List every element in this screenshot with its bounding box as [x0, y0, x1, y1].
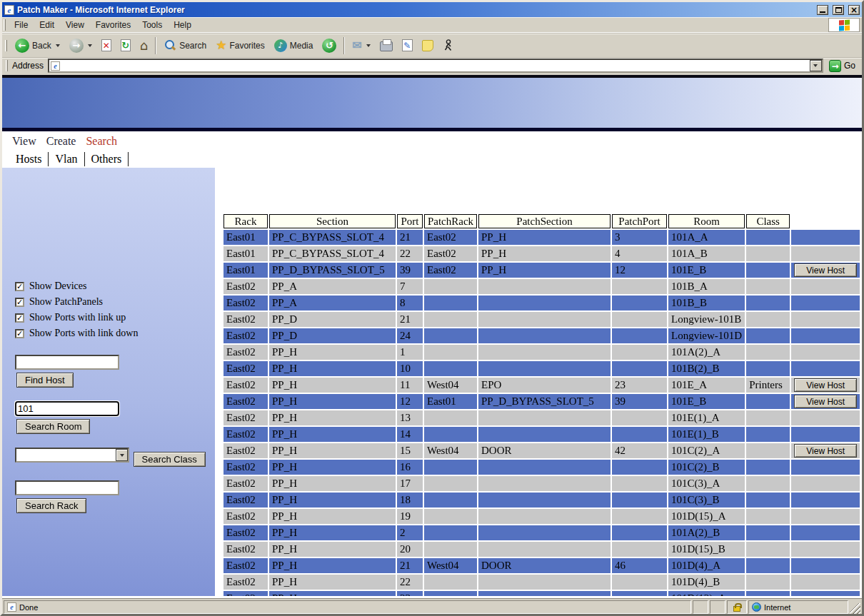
cell-actions [791, 575, 860, 590]
cell-patchrack: East01 [424, 394, 477, 409]
back-button[interactable]: ← Back [11, 36, 64, 55]
stop-button[interactable]: ✕ [97, 37, 116, 54]
minimize-button[interactable] [817, 5, 828, 15]
checkbox-icon[interactable]: ✓ [15, 298, 24, 307]
table-row: East02PP_H21West04DOOR46101D(4)_A [223, 558, 860, 573]
cell-rack: East01 [223, 263, 268, 278]
maximize-button[interactable] [833, 5, 844, 15]
search-room-button[interactable]: Search Room [16, 419, 90, 434]
class-select-dropdown[interactable] [116, 449, 128, 461]
search-rack-button[interactable]: Search Rack [16, 498, 86, 513]
toolbar-grip[interactable] [6, 60, 8, 71]
checkbox-show-patchpanels[interactable]: ✓Show PatchPanels [15, 296, 215, 308]
status-pane [710, 600, 725, 614]
cell-section: PP_A [269, 279, 396, 294]
cell-class [746, 361, 790, 376]
view-host-button[interactable]: View Host [794, 263, 857, 277]
cell-room: 101B_B [668, 296, 745, 310]
tab-others[interactable]: Others [85, 152, 129, 166]
checkbox-icon[interactable]: ✓ [15, 313, 24, 323]
tab-hosts[interactable]: Hosts [9, 152, 49, 166]
toolbar-separator [343, 37, 345, 54]
forward-button[interactable]: → [65, 36, 96, 55]
cell-room: 101A(2)_A [668, 345, 745, 360]
table-row: East02PP_A8101B_B [223, 296, 860, 310]
checkbox-icon[interactable]: ✓ [15, 329, 24, 338]
search-class-button[interactable]: Search Class [134, 452, 206, 467]
cell-patchrack: East02 [424, 263, 477, 278]
media-button[interactable]: ♪ Media [270, 37, 318, 54]
cell-class [746, 591, 790, 596]
print-button[interactable] [376, 37, 397, 54]
cell-port: 1 [397, 345, 423, 360]
cell-actions [791, 591, 860, 596]
menu-item-favorites[interactable]: Favorites [90, 18, 136, 32]
cell-section: PP_H [269, 591, 396, 596]
search-rack-input[interactable] [15, 480, 119, 495]
toolbar-grip[interactable] [5, 40, 7, 51]
home-button[interactable]: ⌂ [136, 37, 152, 54]
toolbar-grip[interactable] [4, 19, 6, 31]
cell-patchrack: West04 [424, 558, 477, 573]
cell-patchsection [478, 312, 611, 327]
menu-item-help[interactable]: Help [168, 18, 197, 32]
nav-link-view[interactable]: View [12, 135, 36, 147]
go-button[interactable]: → Go [828, 59, 860, 73]
cell-patchrack [424, 476, 477, 491]
checkbox-show-ports-with-link-up[interactable]: ✓Show Ports with link up [15, 312, 215, 323]
cell-rack: East02 [223, 476, 268, 491]
favorites-button[interactable]: ★ Favorites [211, 37, 269, 54]
checkbox-icon[interactable]: ✓ [15, 282, 24, 291]
cell-patchrack [424, 410, 477, 425]
messenger-button[interactable] [438, 37, 458, 54]
cell-port: 11 [397, 378, 423, 393]
refresh-button[interactable]: ↻ [116, 37, 135, 54]
tab-vlan[interactable]: Vlan [49, 152, 84, 166]
table-row: East02PP_D24Longview-101D [223, 328, 860, 343]
address-input[interactable]: e [48, 59, 823, 73]
menu-item-view[interactable]: View [60, 18, 90, 32]
resize-grip[interactable] [850, 603, 860, 614]
discuss-button[interactable] [418, 38, 438, 54]
address-dropdown-button[interactable] [810, 60, 822, 71]
search-room-input[interactable] [15, 401, 119, 416]
mail-button[interactable]: ✉ [348, 38, 374, 54]
checkbox-show-ports-with-link-down[interactable]: ✓Show Ports with link down [15, 328, 215, 339]
cell-room: 101C(3)_A [668, 476, 745, 491]
nav-link-search[interactable]: Search [86, 135, 117, 147]
edit-button[interactable]: ✎ [398, 37, 417, 54]
class-select[interactable] [15, 448, 129, 463]
find-host-button[interactable]: Find Host [16, 373, 74, 388]
cell-rack: East02 [223, 575, 268, 590]
search-button[interactable]: Search [159, 37, 211, 54]
cell-room: 101C(2)_A [668, 443, 745, 458]
history-button[interactable]: ↺ [318, 36, 341, 55]
cell-patchport [612, 312, 667, 327]
cell-section: PP_C_BYPASS_SLOT_4 [269, 246, 396, 261]
view-host-button[interactable]: View Host [794, 395, 857, 408]
close-button[interactable]: × [848, 5, 860, 15]
cell-room: 101D(12)_A [668, 591, 745, 596]
menu-item-edit[interactable]: Edit [34, 18, 60, 32]
mail-dropdown-icon[interactable] [366, 44, 371, 47]
menu-item-file[interactable]: File [9, 18, 34, 32]
cell-class [746, 575, 790, 590]
cell-room: 101E(1)_A [668, 410, 745, 425]
cell-section: PP_H [269, 509, 396, 524]
menu-item-tools[interactable]: Tools [136, 18, 168, 32]
cell-class [746, 263, 790, 278]
lock-icon [733, 606, 740, 612]
cell-rack: East02 [223, 460, 268, 475]
view-host-button[interactable]: View Host [794, 444, 857, 458]
cell-patchport: 12 [612, 263, 667, 278]
find-host-input[interactable] [15, 355, 119, 370]
forward-dropdown-icon[interactable] [88, 44, 92, 47]
checkbox-show-devices[interactable]: ✓Show Devices [15, 281, 215, 292]
cell-rack: East02 [223, 525, 268, 540]
back-dropdown-icon[interactable] [56, 44, 60, 47]
patch-table: RackSectionPortPatchRackPatchSectionPatc… [222, 213, 861, 596]
cell-port: 13 [397, 410, 423, 425]
view-host-button[interactable]: View Host [794, 378, 857, 392]
cell-actions [791, 246, 860, 261]
nav-link-create[interactable]: Create [46, 135, 76, 147]
